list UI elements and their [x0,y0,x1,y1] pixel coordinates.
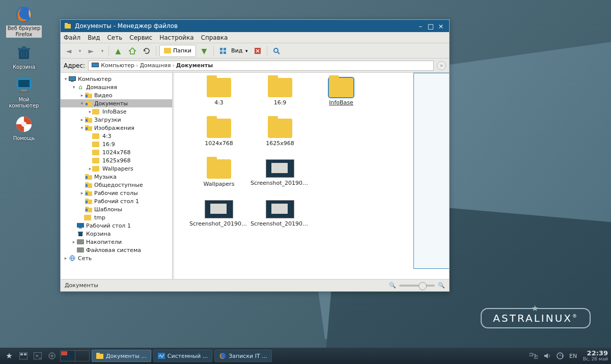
maximize-button[interactable]: □ [426,22,436,30]
task-system-monitor[interactable]: Системный ... [153,350,212,362]
tree-item[interactable]: 4:3 [61,132,172,140]
tree-item[interactable]: 1625x968 [61,156,172,164]
tree-item[interactable]: ▾⌂Домашняя [61,83,172,91]
tree-item[interactable]: ▾Изображения [61,124,172,132]
file-item[interactable]: Screenshot_2019052... [251,159,310,186]
tree-item[interactable]: ▸Видео [61,91,172,99]
home-button[interactable] [126,45,138,57]
tree-item[interactable]: tmp [61,213,172,221]
filter-button[interactable]: ▼ [198,45,210,57]
close-button[interactable]: × [436,22,446,30]
view-menu-button[interactable]: ▾ [243,45,249,57]
back-button[interactable]: ◄ [63,45,75,57]
tree-toggle-icon[interactable]: ▸ [79,190,85,195]
tree-label: 1024x768 [102,149,131,156]
crumb-documents[interactable]: Документы [176,62,213,69]
svg-rect-56 [78,232,82,236]
tree-toggle-icon[interactable]: ▾ [71,85,77,90]
tree-toggle-icon[interactable]: ▸ [79,117,85,122]
forward-menu-button[interactable]: ▾ [99,45,105,57]
up-button[interactable]: ▲ [112,45,124,57]
zoom-out-icon[interactable]: 🔍 [389,282,396,289]
folder-content[interactable]: 4:316:9InfoBase1024x7681625x968Wallpaper… [174,73,449,279]
menu-view[interactable]: Вид [88,34,100,41]
tree-item[interactable]: 16:9 [61,140,172,148]
show-desktop-button[interactable] [17,350,30,362]
desktop-icon-help[interactable]: Помощь [6,114,42,142]
menu-service[interactable]: Сервис [129,34,152,41]
tree-toggle-icon[interactable]: ▾ [79,101,85,106]
workspace-2[interactable] [75,351,90,361]
volume-icon[interactable] [541,350,552,361]
file-item[interactable]: 1024x768 [189,119,248,147]
menu-help[interactable]: Справка [201,34,228,41]
tree-item[interactable]: Файловая система [61,246,172,254]
tree-toggle-icon[interactable]: ▸ [63,256,69,261]
window-titlebar[interactable]: Документы - Менеджер файлов – □ × [61,20,449,32]
tree-item[interactable]: Шаблоны [61,205,172,213]
logout-icon[interactable] [554,350,566,361]
zoom-in-icon[interactable]: 🔍 [438,282,445,289]
apps-button[interactable] [46,350,58,362]
svg-rect-16 [224,48,226,50]
back-menu-button[interactable]: ▾ [77,45,83,57]
file-item[interactable]: Screenshot_2019052... [251,200,310,227]
tree-item[interactable]: ▾Документы [61,99,172,107]
menu-file[interactable]: Файл [64,34,80,41]
address-go-button[interactable]: » [437,61,446,70]
desktop-icon-firefox[interactable]: Веб браузер Firefox [6,4,42,38]
tree-item[interactable]: 1024x768 [61,148,172,156]
task-firefox[interactable]: Записки IT ... [214,350,271,362]
tree-toggle-icon[interactable]: ▾ [63,76,69,81]
file-label: 1024x768 [189,140,248,147]
start-button[interactable]: ★ [3,350,15,362]
workspace-pager[interactable] [60,350,90,361]
forward-button[interactable]: ► [85,45,97,57]
menu-network[interactable]: Сеть [107,34,122,41]
tree-item[interactable]: ▾Компьютер [61,75,172,83]
tree-item[interactable]: ▸Загрузки [61,116,172,124]
file-item[interactable]: InfoBase [312,78,371,106]
icon-view-button[interactable] [217,45,229,57]
menu-settings[interactable]: Настройка [159,34,193,41]
file-item[interactable]: 1625x968 [251,119,310,147]
tree-item[interactable]: ▸Wallpapers [61,164,172,173]
network-icon[interactable] [528,350,539,361]
address-field[interactable]: Компьютер › Домашняя › Документы [88,61,434,71]
crumb-computer[interactable]: Компьютер [101,62,134,69]
tree-toggle-icon[interactable]: ▸ [71,239,77,244]
tree-item[interactable]: Общедоступные [61,181,172,189]
workspace-1[interactable] [61,351,75,361]
tree-item[interactable]: ▸Рабочие столы [61,189,172,197]
terminal-button[interactable]: >_ [32,350,44,362]
crumb-home[interactable]: Домашняя [140,62,171,69]
search-button[interactable] [270,45,283,57]
tree-item[interactable]: ▸Сеть [61,254,172,262]
zoom-slider[interactable] [399,285,435,287]
tree-item[interactable]: ▸InfoBase [61,107,172,116]
folder-tree[interactable]: ▾Компьютер▾⌂Домашняя▸Видео▾Документы▸Inf… [61,73,173,279]
close-panel-button[interactable] [252,45,264,57]
desktop-icon-trash[interactable]: Корзина [6,43,42,70]
tree-item[interactable]: ▸Накопители [61,238,172,246]
minimize-button[interactable]: – [415,22,426,30]
clock[interactable]: 22:39 Вс, 26 май [583,350,608,362]
tree-item[interactable]: Музыка [61,173,172,181]
tree-toggle-icon[interactable]: ▾ [79,125,85,130]
reload-button[interactable] [141,45,153,57]
file-item[interactable]: 4:3 [189,78,248,106]
svg-rect-13 [65,24,71,29]
drive-icon [77,247,84,253]
desktop-icon-computer[interactable]: Мой компьютер [6,75,42,109]
tree-toggle-icon[interactable]: ▸ [79,93,85,98]
tree-item[interactable]: Рабочий стол 1 [61,221,172,230]
tree-label: Рабочий стол 1 [94,198,139,205]
keyboard-layout[interactable]: EN [568,350,579,361]
task-file-manager[interactable]: Документы ... [92,350,151,362]
file-item[interactable]: 16:9 [251,78,310,106]
file-item[interactable]: Screenshot_2019052... [189,200,248,227]
tree-item[interactable]: Рабочий стол 1 [61,197,172,205]
tree-item[interactable]: Корзина [61,230,172,238]
file-item[interactable]: Wallpapers [189,159,248,187]
folders-panel-button[interactable]: Папки [159,45,196,57]
